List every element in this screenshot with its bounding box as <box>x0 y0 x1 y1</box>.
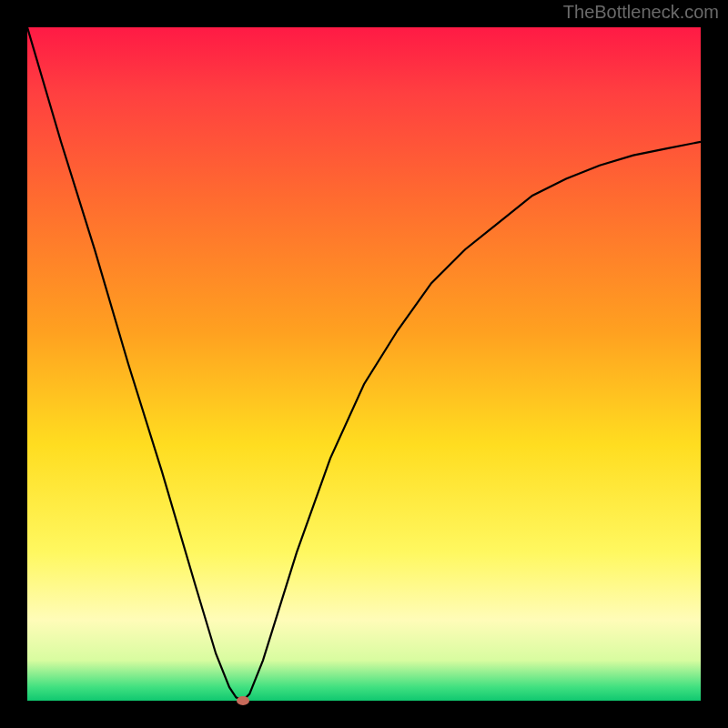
bottleneck-curve <box>27 27 701 701</box>
watermark-text: TheBottleneck.com <box>563 2 719 23</box>
chart-plot-area <box>27 27 701 701</box>
optimal-point-marker <box>237 696 249 705</box>
